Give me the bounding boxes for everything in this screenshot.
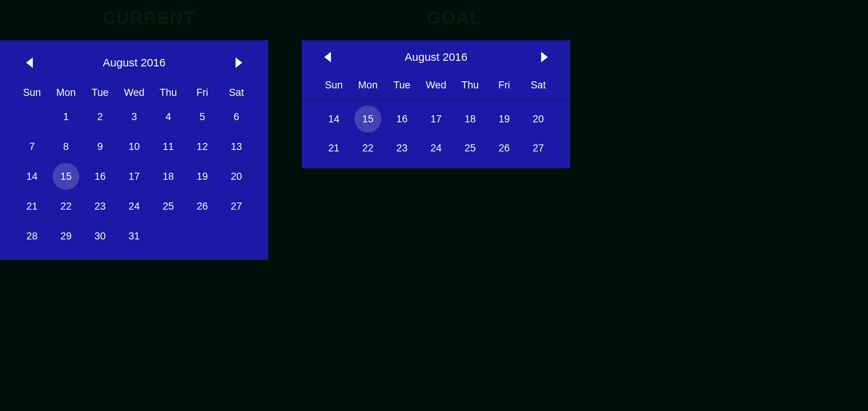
weekday-label: Mon <box>351 79 385 91</box>
day-cell[interactable]: 4 <box>151 108 185 126</box>
day-cell[interactable]: 1 <box>49 108 83 126</box>
weekday-label: Tue <box>385 79 419 91</box>
day-cell[interactable]: 6 <box>220 108 253 126</box>
weekday-label: Wed <box>117 87 151 98</box>
day-cell[interactable]: 24 <box>419 139 453 157</box>
weekday-label: Thu <box>453 79 487 91</box>
day-cell[interactable]: 23 <box>83 197 117 215</box>
weekday-label: Sat <box>220 87 253 98</box>
day-cell[interactable]: 9 <box>83 138 117 156</box>
day-cell[interactable]: 12 <box>185 138 219 156</box>
day-cell[interactable]: 25 <box>453 139 487 157</box>
day-cell[interactable]: 30 <box>83 227 117 245</box>
day-cell[interactable]: 2 <box>83 108 117 126</box>
days-grid-current: 1234567891011121314151617181920212223242… <box>15 108 253 245</box>
month-title-current: August 2016 <box>33 56 236 69</box>
next-month-icon[interactable] <box>541 52 548 62</box>
day-cell[interactable]: 17 <box>419 110 453 128</box>
day-cell[interactable]: 18 <box>453 110 487 128</box>
day-cell[interactable]: 7 <box>15 138 49 156</box>
day-cell[interactable]: 15 <box>49 167 83 185</box>
day-cell[interactable]: 19 <box>487 110 521 128</box>
day-cell[interactable]: 29 <box>49 227 83 245</box>
day-cell[interactable]: 15 <box>351 110 385 128</box>
day-cell[interactable]: 14 <box>317 110 351 128</box>
calendar-current-header: August 2016 <box>15 50 253 76</box>
calendar-current: August 2016 SunMonTueWedThuFriSat 123456… <box>0 40 268 260</box>
day-cell[interactable]: 27 <box>220 197 253 215</box>
day-cell[interactable]: 10 <box>117 138 151 156</box>
calendar-goal-header: August 2016 <box>302 44 570 70</box>
day-cell[interactable]: 3 <box>117 108 151 126</box>
day-cell[interactable]: 19 <box>185 167 219 185</box>
prev-month-icon[interactable] <box>324 52 331 62</box>
weekday-label: Sat <box>521 79 555 91</box>
day-cell[interactable]: 8 <box>49 138 83 156</box>
day-cell[interactable]: 13 <box>220 138 253 156</box>
day-cell[interactable]: 18 <box>151 167 185 185</box>
day-cell[interactable]: 5 <box>185 108 219 126</box>
day-cell[interactable]: 27 <box>521 139 555 157</box>
calendar-goal: August 2016 SunMonTueWedThuFriSat 141516… <box>302 40 570 168</box>
weekday-label: Fri <box>185 87 219 98</box>
weekday-label: Sun <box>15 87 49 98</box>
day-cell[interactable]: 16 <box>385 110 419 128</box>
divider <box>302 100 570 101</box>
weekday-row-current: SunMonTueWedThuFriSat <box>15 87 253 98</box>
weekday-row-goal: SunMonTueWedThuFriSat <box>302 79 570 91</box>
weekday-label: Mon <box>49 87 83 98</box>
day-cell[interactable]: 20 <box>521 110 555 128</box>
weekday-label: Sun <box>317 79 351 91</box>
days-grid-goal: 1415161718192021222324252627 <box>302 110 570 157</box>
day-cell[interactable]: 20 <box>220 167 253 185</box>
month-title-goal: August 2016 <box>331 51 541 63</box>
day-cell[interactable]: 23 <box>385 139 419 157</box>
day-cell[interactable]: 22 <box>351 139 385 157</box>
day-cell[interactable]: 11 <box>151 138 185 156</box>
day-cell[interactable]: 16 <box>83 167 117 185</box>
label-goal: GOAL <box>427 7 482 28</box>
day-cell[interactable]: 26 <box>487 139 521 157</box>
day-cell[interactable]: 28 <box>15 227 49 245</box>
day-cell[interactable]: 21 <box>15 197 49 215</box>
day-cell[interactable]: 21 <box>317 139 351 157</box>
day-cell[interactable]: 22 <box>49 197 83 215</box>
weekday-label: Fri <box>487 79 521 91</box>
weekday-label: Tue <box>83 87 117 98</box>
day-cell[interactable]: 24 <box>117 197 151 215</box>
day-cell[interactable]: 14 <box>15 167 49 185</box>
day-cell-empty <box>15 108 49 126</box>
day-cell[interactable]: 31 <box>117 227 151 245</box>
weekday-label: Wed <box>419 79 453 91</box>
prev-month-icon[interactable] <box>26 57 33 68</box>
day-cell[interactable]: 26 <box>185 197 219 215</box>
day-cell[interactable]: 17 <box>117 167 151 185</box>
next-month-icon[interactable] <box>236 57 242 68</box>
day-cell[interactable]: 25 <box>151 197 185 215</box>
label-current: CURRENT <box>102 7 195 28</box>
weekday-label: Thu <box>151 87 185 98</box>
